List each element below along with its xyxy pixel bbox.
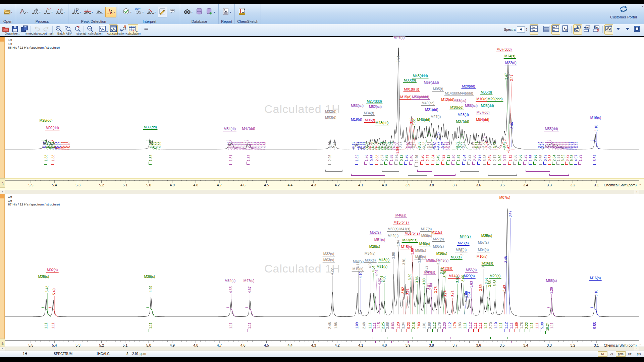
peak-value[interactable]: 3.77 [436,258,440,265]
unit-toggle-pts[interactable]: pts [634,351,644,357]
multiplet-label[interactable]: M31(s) [376,265,388,269]
peak-value[interactable]: 3.47 [508,211,513,217]
peak-value[interactable]: 3.66 [461,275,465,282]
peak-value[interactable]: 4.00 [382,276,386,282]
integral-value[interactable]: 1.32 [355,155,359,161]
dropdown-arrow-icon[interactable]: ▾ [130,11,131,14]
integral-value[interactable]: 1.93 [458,322,462,328]
multiplet-label[interactable]: M14(dd) [444,92,459,96]
peak-value[interactable]: 3.55 [488,142,492,148]
integral-value[interactable]: 2.48 [328,322,332,328]
multiplet-label[interactable]: M52(sc) [368,105,382,109]
multiplet-label[interactable]: M58(s) [426,259,438,263]
dropdown-arrow-icon[interactable]: ▾ [114,11,115,14]
integral-value[interactable]: 1.79 [438,322,442,328]
multiplet-label[interactable]: M59(ddd) [423,81,440,85]
integral-value[interactable]: 1.84 [431,155,435,161]
multiplet-label[interactable]: M43(dd) [375,121,389,125]
multiplet-label[interactable]: M32(s) [323,252,335,256]
peak-picking-button[interactable]: ▾ [71,7,82,17]
integral-value[interactable]: 12.46 [415,155,419,163]
multiplet-label[interactable]: M44(s) [459,235,472,239]
integral-value[interactable]: 1.40 [410,155,414,161]
integral-value[interactable]: 3.22 [468,155,472,161]
maximize-pane-button[interactable] [633,24,641,35]
multiplet-label[interactable]: M15(d) [399,95,412,100]
peak-value[interactable]: 3.88 [412,119,416,125]
integral-value[interactable]: 1.15 [377,322,381,328]
peak-value[interactable]: 3.49 [502,285,506,292]
integral-value[interactable]: 1.11 [368,322,372,329]
peak-value[interactable]: 3.69 [455,277,460,283]
integral-value[interactable]: 2.17 [493,155,497,161]
integral-value[interactable]: 1.12 [504,322,508,328]
integral-value[interactable]: 6.64 [593,155,597,161]
multiplet-label[interactable]: M51(s) [374,238,386,242]
dropdown-arrow-icon[interactable]: ▾ [27,11,29,14]
peak-value[interactable]: 3.53 [493,280,497,286]
layout-single-button[interactable] [561,24,570,35]
integral-value[interactable]: 2.16 [412,322,416,328]
multiplet-label[interactable]: M35(s) [481,234,493,238]
peak-value[interactable]: 3.83 [422,142,426,148]
integral-value[interactable]: 2.48 [362,322,366,328]
multiplet-label[interactable]: M27(t) [430,115,441,119]
integral-value[interactable]: 4.92 [442,155,446,161]
multiplet-label[interactable]: M39(dd) [143,125,157,130]
dropdown-arrow-icon[interactable]: ▾ [214,11,215,14]
peak-value[interactable]: 3.56 [488,281,492,287]
multiplet-label[interactable]: M43(s) [378,258,390,262]
integral-value[interactable]: 0.23 [407,322,411,328]
peak-value[interactable]: 3.46 [510,122,514,129]
integral-value[interactable]: 1.11 [535,322,539,329]
peak-value[interactable]: 3.10 [594,125,598,131]
integral-value[interactable]: 1.12 [448,322,452,328]
multiplet-label[interactable]: M29(s) [489,274,501,279]
multiplet-label[interactable]: M46(s) [393,36,406,40]
integral-value[interactable]: 2.68 [386,322,390,328]
integral-value[interactable]: 0.97 [478,155,482,161]
dropdown-arrow-icon[interactable]: ▾ [79,11,81,14]
integral-value[interactable]: 5.55 [593,322,597,328]
integral-value[interactable]: 2.27 [426,155,430,161]
peak-value[interactable]: 5.40 [67,142,71,148]
integral-value[interactable]: 1.11 [248,322,252,329]
integral-value[interactable]: 1.32 [149,155,153,161]
multiplet-label[interactable]: M06(t) [364,118,376,123]
multiplet-label[interactable]: M50(s) [415,249,427,253]
multiplet-label[interactable]: M40(s) [419,242,431,246]
integral-value[interactable]: 2.88 [514,155,518,161]
unit-toggle-hz[interactable]: Hz [625,351,635,357]
peak-value[interactable]: 4.11 [356,262,360,268]
peak-by-peak-button[interactable]: ▾ [105,7,116,17]
integral-value[interactable]: 6.72 [566,155,570,161]
multiplet-label[interactable]: M53(sc) [350,104,364,108]
peak-value[interactable]: 3.71 [450,291,454,297]
integral-value[interactable]: 1.11 [463,322,467,329]
peak-value[interactable]: 3.67 [462,142,466,148]
integral-value[interactable]: 1.31 [229,155,233,161]
peak-value[interactable]: 3.58 [481,262,485,268]
multiplet-label[interactable]: M01(br s) [404,232,421,236]
peak-value[interactable]: 4.10 [359,272,363,278]
multiplet-label[interactable]: M34(t) [363,111,375,116]
layout-rows-button[interactable] [542,24,551,35]
multiplet-label[interactable]: M01(br s) [404,87,420,92]
multiplet-label[interactable]: M50(dddd) [412,95,430,100]
integral-value[interactable]: 1.33 [51,155,55,161]
integral-value[interactable]: 1.33 [44,155,48,161]
multiplet-label[interactable]: M05(s) [432,245,445,249]
integral-value[interactable]: 2.37 [380,155,384,161]
multiplet-label[interactable]: M56(s) [465,268,478,273]
peak-value[interactable]: 3.10 [594,290,598,296]
pane-insert-button[interactable] [583,24,591,35]
peak-value[interactable]: 3.57 [484,142,488,148]
peak-value[interactable]: 3.73 [447,142,451,148]
multiplet-label[interactable]: M32(d) [324,110,337,114]
integral-value[interactable]: 1.09 [355,322,359,328]
multiplet-label[interactable]: M13(br s) [393,221,410,225]
multiplet-label[interactable]: M20(dd) [461,84,476,89]
integral-value[interactable]: 0.85 [370,155,374,161]
database-button[interactable] [195,7,204,17]
multiplet-label[interactable]: M22(d) [504,61,517,65]
